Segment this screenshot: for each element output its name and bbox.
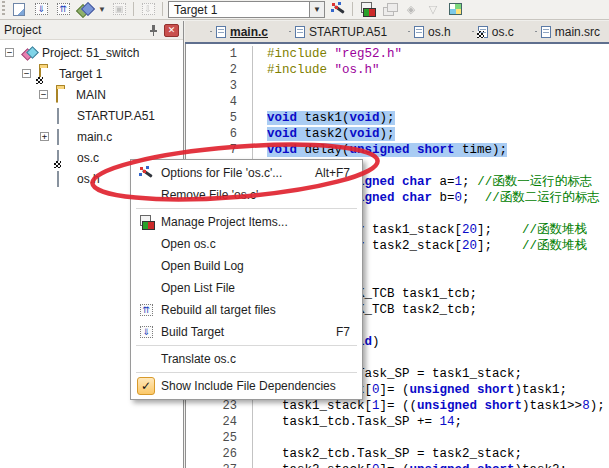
tab-label[interactable]: STARTUP.A51 [309, 25, 387, 39]
code-line: 1 #include "reg52.h" [186, 46, 609, 62]
tree-item-label[interactable]: os.c [77, 151, 99, 165]
menu-item-label: Open Build Log [161, 259, 244, 273]
editor-tabbar: main.c STARTUP.A51 os.h os.c main.src [185, 21, 609, 44]
chevron-down-icon[interactable]: ▼ [310, 1, 325, 18]
tree-item-label[interactable]: STARTUP.A51 [77, 109, 155, 123]
menu-item-translate-os-c[interactable]: Translate os.c [131, 348, 362, 370]
code-text[interactable]: void task1(void); [253, 110, 395, 126]
pin-icon[interactable] [146, 23, 160, 37]
line-number: 7 [186, 142, 253, 158]
tab-startup-a51[interactable]: STARTUP.A51 [275, 21, 399, 42]
code-line: 6 void task2(void); [186, 126, 609, 142]
build-icon: ⇓ [131, 326, 161, 338]
tab-main-src[interactable]: main.src [521, 21, 609, 42]
code-text[interactable]: void delay(unsigned short time); [253, 142, 507, 158]
toolbar-separator [162, 2, 163, 16]
tree-item-label[interactable]: MAIN [76, 88, 106, 102]
tab-label[interactable]: os.h [428, 25, 451, 39]
tree-item-label[interactable]: os.h [77, 172, 100, 186]
code-line: 26 task2_tcb.Task_SP = task2_stack; [186, 446, 609, 462]
tree-item-startup-a51[interactable]: STARTUP.A51 [0, 106, 183, 127]
menu-item-build-target[interactable]: ⇓ Build Target F7 [131, 321, 362, 343]
menu-item-shortcut: Alt+F7 [315, 166, 362, 180]
options-modified-icon [54, 161, 61, 168]
tree-expander-icon[interactable]: − [39, 90, 48, 99]
file-icon [295, 26, 305, 38]
wand-icon [131, 166, 161, 180]
close-icon[interactable]: ✕ [164, 24, 179, 37]
tab-os-h[interactable]: os.h [394, 21, 463, 42]
target-selector[interactable]: Target 1 ▼ [168, 1, 325, 18]
code-text[interactable]: #include "reg52.h" [253, 46, 402, 62]
menu-item-label: Options for File 'os.c'... [161, 166, 282, 180]
options-modified-icon [477, 31, 484, 38]
toolbar-grip[interactable] [2, 1, 5, 17]
menu-item-open-os-c[interactable]: Open os.c [131, 233, 362, 255]
tree-item-main-c[interactable]: + main.c [0, 127, 183, 148]
tree-item-label[interactable]: Target 1 [59, 67, 102, 81]
batch-build-dropdown-icon[interactable]: ▼ [96, 0, 108, 19]
menu-item-label: Open os.c [161, 237, 216, 251]
line-number: 25 [186, 430, 253, 446]
code-line: 5 void task1(void); [186, 110, 609, 126]
manage-project-items-icon[interactable] [356, 0, 378, 19]
menu-item-options-for-file-os-c-[interactable]: Options for File 'os.c'... Alt+F7 [131, 162, 362, 184]
code-text[interactable] [253, 94, 267, 110]
analysis-icon: ◈ [400, 0, 422, 19]
tab-background [408, 31, 410, 32]
tree-expander-icon[interactable]: − [5, 48, 14, 57]
tab-label[interactable]: main.c [230, 25, 268, 39]
menu-item-open-build-log[interactable]: Open Build Log [131, 255, 362, 277]
tab-label[interactable]: os.c [492, 25, 514, 39]
code-text[interactable]: task2_tcb.Task_SP = task2_stack; [253, 446, 522, 462]
project-panel-header: Project ✕ [0, 21, 183, 40]
code-text[interactable]: void task2(void); [253, 126, 395, 142]
build-icon[interactable]: ⇓ [30, 0, 52, 19]
menu-item-show-include-file-dependencies[interactable]: ✓ Show Include File Dependencies [131, 375, 362, 397]
context-menu: Options for File 'os.c'... Alt+F7 Remove… [130, 159, 363, 400]
folder-icon [56, 88, 73, 103]
menu-separator [136, 208, 357, 209]
code-text[interactable] [253, 78, 267, 94]
filter-icon: ▽ [422, 0, 444, 19]
code-text[interactable]: #include "os.h" [253, 62, 380, 78]
menu-item-open-list-file[interactable]: Open List File [131, 277, 362, 299]
code-text[interactable]: task2_stack[0]= (unsigned short)task2; [253, 462, 567, 468]
menu-item-manage-project-items-[interactable]: Manage Project Items... [131, 211, 362, 233]
tree-item-main[interactable]: − MAIN [0, 85, 183, 106]
menu-item-label: Remove File 'os.c' [161, 188, 258, 202]
manage-items-icon [131, 215, 161, 229]
tab-label[interactable]: main.src [555, 25, 600, 39]
menu-item-label: Show Include File Dependencies [161, 379, 336, 393]
tree-expander-icon[interactable]: + [40, 132, 49, 141]
file-icon [216, 26, 226, 38]
menu-item-label: Open List File [161, 281, 235, 295]
tab-os-c[interactable]: os.c [458, 21, 526, 42]
line-number: 23 [186, 398, 253, 414]
file-icon [57, 172, 74, 187]
tree-item-project-51-switch[interactable]: − Project: 51_switch [0, 43, 183, 64]
options-for-target-icon[interactable] [327, 0, 349, 19]
code-text[interactable]: task1_tcb.Task_SP += 14; [253, 414, 462, 430]
batch-build-icon[interactable] [74, 0, 96, 19]
line-number: 6 [186, 126, 253, 142]
code-text[interactable]: task1_stack[1]= ((unsigned short)task1>>… [253, 398, 605, 414]
line-number: 24 [186, 414, 253, 430]
tab-main-c[interactable]: main.c [196, 21, 280, 42]
target-selector-value[interactable]: Target 1 [168, 1, 310, 18]
tree-expander-icon[interactable]: − [22, 69, 31, 78]
rebuild-all-icon[interactable]: ⇈ [52, 0, 74, 19]
tree-item-target-1[interactable]: − Target 1 [0, 64, 183, 85]
tree-item-label[interactable]: main.c [77, 130, 112, 144]
menu-item-rebuild-all-target-files[interactable]: ⇈ Rebuild all target files [131, 299, 362, 321]
tab-background [535, 31, 537, 32]
code-text[interactable] [253, 430, 267, 446]
line-number: 1 [186, 46, 253, 62]
tree-item-label[interactable]: Project: 51_switch [42, 46, 139, 60]
stop-build-icon: ▣ [108, 0, 130, 19]
menu-item-remove-file-os-c-[interactable]: Remove File 'os.c' [131, 184, 362, 206]
file-icon [57, 130, 74, 145]
function-editor-icon[interactable] [444, 0, 466, 19]
translate-file-icon[interactable] [8, 0, 30, 19]
toolbar: ⇓⇈▼▣⇩ Target 1 ▼ ◈▽ [0, 0, 609, 20]
